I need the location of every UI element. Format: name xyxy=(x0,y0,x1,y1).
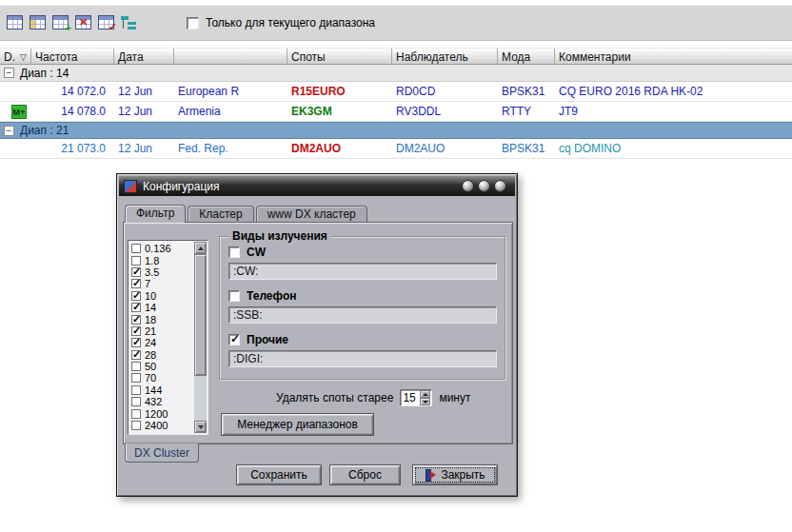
cw-checkbox[interactable] xyxy=(228,246,240,258)
column-header-country[interactable] xyxy=(174,49,287,64)
band-item[interactable]: 14 xyxy=(131,302,192,313)
app-window: Только для текущего диапазона D. ▽ Часто… xyxy=(0,0,792,532)
country-cell: Fed. Rep. xyxy=(174,142,287,155)
scroll-up-icon[interactable] xyxy=(194,242,207,254)
band-item[interactable]: 432 xyxy=(131,396,192,407)
close-button[interactable]: Закрыть xyxy=(412,464,498,485)
band-item[interactable]: 24 xyxy=(131,337,192,348)
band-item[interactable]: 1.8 xyxy=(131,254,192,266)
band-checkbox[interactable] xyxy=(131,421,141,430)
band-manager-button[interactable]: Менеджер диапазонов xyxy=(221,413,374,436)
band-item[interactable]: 144 xyxy=(131,384,192,396)
band-list-scrollbar[interactable] xyxy=(194,242,207,433)
phone-checkbox-row[interactable]: Телефон xyxy=(228,289,296,303)
reset-button[interactable]: Сброс xyxy=(329,464,401,485)
band-item[interactable]: 3.5 xyxy=(131,266,192,278)
table-columns-icon[interactable] xyxy=(30,15,46,30)
other-checkbox-row[interactable]: Прочие xyxy=(228,333,288,346)
band-label: 24 xyxy=(145,337,156,348)
band-checkbox[interactable] xyxy=(131,315,141,325)
tab-filter[interactable]: Фильтр xyxy=(125,205,186,223)
configuration-dialog: Конфигурация Фильтр Кластер www DX класт… xyxy=(116,173,518,497)
group-row-band-14[interactable]: − Диап : 14 xyxy=(0,65,792,82)
cw-filter-input[interactable] xyxy=(228,263,497,280)
table-icon[interactable] xyxy=(7,15,23,30)
table-check-icon[interactable] xyxy=(98,15,114,30)
header-label: D. xyxy=(4,50,15,64)
tab-dx-cluster[interactable]: DX Cluster xyxy=(125,443,199,463)
maximize-button[interactable] xyxy=(478,180,490,192)
cw-label: CW xyxy=(247,246,266,259)
tab-www-dx-cluster[interactable]: www DX кластер xyxy=(256,206,367,222)
frequency-cell: 14 078.0 xyxy=(31,105,114,118)
band-item[interactable]: 1200 xyxy=(131,407,192,419)
band-checkbox[interactable] xyxy=(131,326,141,336)
band-item[interactable]: 28 xyxy=(131,349,192,361)
phone-checkbox[interactable] xyxy=(228,290,240,302)
column-header-flag[interactable]: D. ▽ xyxy=(0,49,31,64)
frequency-cell: 14 072.0 xyxy=(31,85,114,98)
other-label: Прочие xyxy=(247,333,288,346)
filter-tab-panel: 0.136 1.8 3.5 7 10 14 18 21 24 28 50 70 … xyxy=(123,222,513,444)
minimize-button[interactable] xyxy=(462,180,474,192)
band-item[interactable]: 7 xyxy=(131,278,192,289)
group-row-band-21[interactable]: − Диап : 21 xyxy=(0,122,792,139)
column-header-date[interactable]: Дата xyxy=(114,49,174,64)
band-checkbox[interactable] xyxy=(131,267,141,277)
band-checkbox[interactable] xyxy=(131,362,141,371)
collapse-icon[interactable]: − xyxy=(4,68,14,78)
band-label: 3.5 xyxy=(145,266,159,278)
column-header-observer[interactable]: Наблюдатель xyxy=(392,49,498,64)
column-header-comments[interactable]: Комментарии xyxy=(555,49,792,64)
other-checkbox[interactable] xyxy=(228,334,240,345)
band-checkbox[interactable] xyxy=(131,256,141,266)
band-checkbox[interactable] xyxy=(131,397,141,406)
save-button[interactable]: Сохранить xyxy=(236,464,322,485)
band-label: 0.136 xyxy=(145,243,171,254)
scroll-down-icon[interactable] xyxy=(194,421,207,433)
table-delete-icon[interactable] xyxy=(75,15,91,30)
band-item[interactable]: 2400 xyxy=(131,420,192,431)
observer-cell: DM2AUO xyxy=(392,142,498,155)
spinner-down-icon[interactable] xyxy=(420,398,430,405)
tree-list-icon[interactable] xyxy=(121,15,137,30)
band-item[interactable]: 21 xyxy=(131,325,192,337)
phone-label: Телефон xyxy=(247,289,296,303)
current-band-checkbox[interactable] xyxy=(187,17,199,30)
band-item[interactable]: 18 xyxy=(131,313,192,325)
spot-row[interactable]: 14 072.0 12 Jun European R R15EURO RD0CD… xyxy=(0,82,792,102)
cw-checkbox-row[interactable]: CW xyxy=(228,246,266,259)
band-item[interactable]: 70 xyxy=(131,372,192,384)
band-checkbox[interactable] xyxy=(131,338,141,347)
band-checkbox[interactable] xyxy=(131,350,141,360)
mode-cell: RTTY xyxy=(498,105,555,118)
collapse-icon[interactable]: − xyxy=(4,126,14,136)
group-label: Диап : 21 xyxy=(20,124,69,137)
column-header-spots[interactable]: Споты xyxy=(287,49,392,64)
spot-age-input[interactable] xyxy=(403,390,420,405)
band-checkbox[interactable] xyxy=(131,279,141,288)
band-item[interactable]: 50 xyxy=(131,361,192,372)
spot-age-label: Удалять споты старее xyxy=(276,391,393,404)
band-checkbox[interactable] xyxy=(131,244,141,253)
band-checkbox[interactable] xyxy=(131,385,141,395)
spot-row[interactable]: M+ 14 078.0 12 Jun Armenia EK3GM RV3DDL … xyxy=(0,102,792,122)
band-label: 28 xyxy=(145,349,156,361)
band-checkbox[interactable] xyxy=(131,303,141,312)
column-header-mode[interactable]: Мода xyxy=(498,49,555,64)
band-item[interactable]: 0.136 xyxy=(131,243,192,254)
dialog-titlebar[interactable]: Конфигурация xyxy=(119,176,515,196)
band-checkbox[interactable] xyxy=(131,291,141,301)
scroll-thumb[interactable] xyxy=(194,254,207,376)
spinner-up-icon[interactable] xyxy=(420,390,430,398)
spot-row[interactable]: 21 073.0 12 Jun Fed. Rep. DM2AUO DM2AUO … xyxy=(0,139,792,159)
close-window-button[interactable] xyxy=(494,180,506,192)
tab-cluster[interactable]: Кластер xyxy=(188,206,253,222)
column-header-frequency[interactable]: Частота xyxy=(31,49,114,64)
phone-filter-input[interactable] xyxy=(228,306,497,324)
band-checkbox[interactable] xyxy=(131,373,141,383)
table-add-icon[interactable] xyxy=(52,15,69,30)
band-item[interactable]: 10 xyxy=(131,290,192,302)
other-filter-input[interactable] xyxy=(228,350,497,367)
band-checkbox[interactable] xyxy=(131,409,141,419)
